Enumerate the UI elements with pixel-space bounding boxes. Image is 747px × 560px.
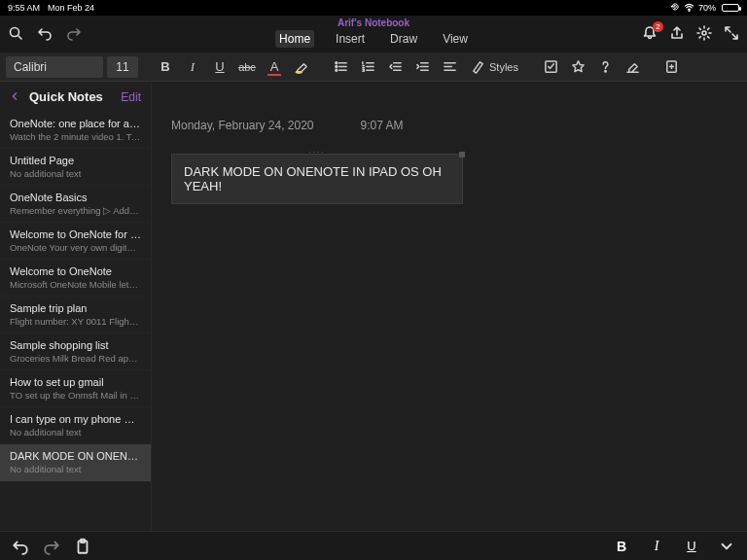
page-item-title: How to set up gmail (10, 376, 141, 388)
svg-point-8 (605, 70, 607, 72)
bottom-toolbar: B I U (0, 531, 747, 560)
fullscreen-icon[interactable] (724, 25, 739, 41)
question-tag-button[interactable] (594, 55, 618, 79)
outdent-button[interactable] (383, 55, 407, 79)
svg-point-1 (689, 10, 690, 11)
font-color-button[interactable]: A (263, 55, 286, 79)
page-list-item[interactable]: Untitled PageNo additional text (0, 149, 151, 186)
indent-button[interactable] (410, 55, 434, 79)
underline-bottom-button[interactable]: U (683, 538, 700, 555)
share-icon[interactable] (669, 25, 685, 41)
page-list-item[interactable]: OneNote: one place for all o...Watch the… (0, 112, 151, 149)
erase-format-button[interactable] (622, 55, 645, 79)
notebook-title[interactable]: Arif's Notebook (338, 18, 409, 28)
note-date: Monday, February 24, 2020 (171, 119, 314, 132)
underline-button[interactable]: U (208, 55, 231, 79)
insert-page-button[interactable] (660, 55, 684, 79)
clipboard-button[interactable] (74, 538, 91, 555)
svg-point-2 (11, 28, 19, 37)
settings-icon[interactable] (696, 25, 712, 41)
wifi-icon (684, 2, 694, 15)
page-list-item[interactable]: Sample trip planFlight number: XY 0011 F… (0, 297, 151, 333)
font-family-value: Calibri (14, 60, 47, 74)
orientation-lock-icon (670, 2, 680, 14)
page-list-item[interactable]: Sample shopping listGroceries Milk Bread… (0, 333, 151, 370)
note-canvas[interactable]: Monday, February 24, 2020 9:07 AM DARK M… (152, 82, 747, 531)
star-tag-button[interactable] (567, 55, 590, 79)
italic-button[interactable]: I (181, 55, 204, 79)
tab-insert[interactable]: Insert (332, 30, 369, 48)
status-time: 9:55 AM (8, 3, 40, 13)
numbered-list-button[interactable] (356, 55, 379, 79)
align-button[interactable] (438, 55, 461, 79)
tab-draw[interactable]: Draw (386, 30, 421, 48)
back-button[interactable] (10, 89, 19, 104)
page-item-subtitle: Remember everything ▷ Add Ta... (10, 205, 141, 216)
font-size-select[interactable]: 11 (107, 56, 138, 78)
page-item-subtitle: No additional text (10, 168, 141, 179)
svg-rect-0 (674, 6, 677, 9)
svg-point-3 (702, 31, 706, 35)
page-item-subtitle: TO set up the Onmsft Mail in Wi... (10, 390, 141, 401)
redo-bottom-button[interactable] (43, 538, 60, 555)
search-icon[interactable] (8, 25, 23, 41)
styles-label: Styles (489, 61, 518, 73)
formatting-ribbon: Calibri 11 B I U abc A Styles (0, 52, 747, 82)
page-item-subtitle: OneNote Your very own digital... (10, 242, 141, 253)
page-item-title: DARK MODE ON ONENOTE... (10, 450, 141, 462)
page-list-item[interactable]: How to set up gmailTO set up the Onmsft … (0, 370, 151, 407)
page-sidebar: Quick Notes Edit OneNote: one place for … (0, 82, 152, 531)
svg-point-6 (335, 69, 337, 71)
highlight-button[interactable] (290, 55, 313, 79)
battery-percent: 70% (698, 3, 716, 13)
styles-button[interactable]: Styles (465, 55, 524, 79)
page-item-title: OneNote: one place for all o... (10, 118, 141, 129)
ipad-status-bar: 9:55 AM Mon Feb 24 70% (0, 0, 747, 16)
note-body-container[interactable]: DARK MODE ON ONENOTE IN IPAD OS OH YEAH! (171, 154, 463, 204)
page-item-subtitle: Flight number: XY 0011 Flight r... (10, 316, 141, 327)
undo-bottom-button[interactable] (12, 538, 29, 555)
section-title: Quick Notes (29, 89, 111, 104)
page-item-title: Welcome to OneNote (10, 265, 141, 277)
page-item-title: OneNote Basics (10, 192, 141, 203)
strikethrough-button[interactable]: abc (235, 55, 259, 79)
page-list-item[interactable]: Welcome to OneNoteMicrosoft OneNote Mobi… (0, 260, 151, 297)
page-list: OneNote: one place for all o...Watch the… (0, 112, 151, 531)
todo-tag-button[interactable] (540, 55, 563, 79)
bullet-list-button[interactable] (329, 55, 352, 79)
edit-button[interactable]: Edit (121, 90, 141, 104)
tab-view[interactable]: View (439, 30, 472, 48)
bold-button[interactable]: B (154, 55, 177, 79)
page-item-title: Untitled Page (10, 155, 141, 166)
app-titlebar: Arif's Notebook Home Insert Draw View (0, 16, 747, 52)
page-item-title: Welcome to OneNote for Mac (10, 228, 141, 240)
tab-home[interactable]: Home (275, 30, 314, 48)
undo-icon[interactable] (37, 25, 53, 41)
page-list-item[interactable]: I can type on my phone wit...No addition… (0, 407, 151, 444)
page-item-title: Sample shopping list (10, 339, 141, 351)
note-body-text[interactable]: DARK MODE ON ONENOTE IN IPAD OS OH YEAH! (184, 164, 442, 193)
bold-bottom-button[interactable]: B (613, 538, 630, 555)
notifications-icon[interactable] (642, 25, 658, 41)
expand-toolbar-button[interactable] (718, 538, 735, 555)
svg-point-5 (335, 66, 337, 68)
status-date: Mon Feb 24 (48, 3, 94, 13)
italic-bottom-button[interactable]: I (648, 538, 665, 555)
page-item-subtitle: Groceries Milk Bread Red appl... (10, 353, 141, 364)
page-list-item[interactable]: Welcome to OneNote for MacOneNote Your v… (0, 223, 151, 260)
page-list-item[interactable]: DARK MODE ON ONENOTE...No additional tex… (0, 444, 151, 481)
page-item-subtitle: No additional text (10, 427, 141, 438)
page-item-title: I can type on my phone wit... (10, 413, 141, 425)
svg-point-4 (335, 62, 337, 64)
font-family-select[interactable]: Calibri (6, 56, 103, 78)
note-time: 9:07 AM (361, 119, 404, 132)
redo-icon[interactable] (66, 25, 82, 41)
page-item-title: Sample trip plan (10, 302, 141, 314)
battery-icon (722, 4, 739, 12)
note-date-line: Monday, February 24, 2020 9:07 AM (171, 119, 728, 132)
page-item-subtitle: Watch the 2 minute video 1. Ta... (10, 131, 141, 142)
page-list-item[interactable]: OneNote BasicsRemember everything ▷ Add … (0, 186, 151, 223)
page-item-subtitle: No additional text (10, 464, 141, 474)
page-item-subtitle: Microsoft OneNote Mobile lets y... (10, 279, 141, 290)
